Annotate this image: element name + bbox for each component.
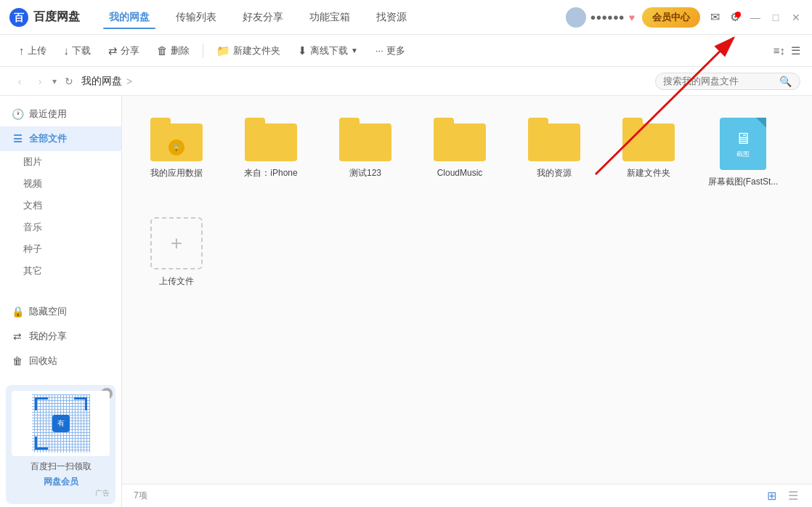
- breadcrumb-dropdown[interactable]: ▾: [52, 76, 57, 86]
- folder-lock-icon: 🔒: [169, 139, 184, 155]
- screenshot-glyph: 🖥: [735, 129, 751, 148]
- folder-icon-app-data: 🔒: [150, 118, 203, 161]
- folder-body: [622, 123, 675, 161]
- list-icon: ☰: [791, 44, 800, 57]
- maximize-button[interactable]: □: [768, 10, 783, 25]
- sidebar-item-pictures[interactable]: 图片: [0, 151, 121, 173]
- folder-body: [339, 123, 391, 161]
- forward-button[interactable]: ›: [32, 73, 48, 89]
- qr-promo-text: 百度扫一扫领取: [12, 461, 110, 473]
- nav-tabs: 我的网盘 传输列表 好友分享 功能宝箱 找资源: [97, 7, 566, 28]
- download-button[interactable]: ↓ 下载: [57, 41, 99, 61]
- file-item-iphone[interactable]: 来自：iPhone: [231, 110, 311, 195]
- file-name-iphone: 来自：iPhone: [244, 167, 297, 179]
- qr-corner-tl: [35, 397, 48, 410]
- folder-icon-iphone: [245, 118, 297, 161]
- qr-corner-bl: [35, 437, 48, 450]
- sidebar-item-recent[interactable]: 🕐 最近使用: [0, 102, 121, 126]
- file-item-test123[interactable]: 测试123: [325, 110, 405, 195]
- share-button[interactable]: ⇄ 分享: [101, 41, 147, 61]
- upload-drop-zone[interactable]: +: [150, 217, 203, 269]
- back-button[interactable]: ‹: [12, 73, 28, 89]
- new-folder-button[interactable]: 📁 新建文件夹: [209, 41, 288, 61]
- logo-area: 百 百度网盘: [9, 7, 80, 28]
- sidebar-label-all-files: 全部文件: [29, 132, 67, 145]
- svg-text:百: 百: [14, 12, 25, 23]
- nav-tab-transfer[interactable]: 传输列表: [164, 7, 228, 28]
- folder-icon-test123: [339, 118, 391, 161]
- statusbar: 7项 ⊞ ☰: [122, 484, 812, 507]
- offline-dropdown-icon: ▼: [351, 46, 358, 54]
- sidebar-item-documents[interactable]: 文档: [0, 195, 121, 216]
- qr-card: ✕ 有 百度扫一扫领取 网盘会员 广告: [6, 385, 115, 504]
- more-dots-icon: ···: [375, 45, 383, 56]
- avatar-area[interactable]: ●●●●●● ♥: [566, 7, 635, 28]
- sidebar-item-videos[interactable]: 视频: [0, 173, 121, 195]
- qr-corner-tr: [74, 397, 87, 410]
- nav-tab-tools[interactable]: 功能宝箱: [298, 7, 362, 28]
- recent-icon: 🕐: [12, 108, 23, 120]
- list-view-button-status[interactable]: ☰: [786, 489, 800, 503]
- statusbar-right: ⊞ ☰: [764, 489, 800, 503]
- file-name-screenshot: 屏幕截图(FastSt...: [708, 176, 779, 188]
- folder-icon-new-folder: [622, 118, 675, 161]
- grid-view-button[interactable]: ⊞: [764, 489, 779, 503]
- sidebar-item-all-files[interactable]: ☰ 全部文件: [0, 126, 121, 151]
- file-item-cloudmusic[interactable]: CloudMusic: [420, 110, 500, 195]
- file-name-new-folder: 新建文件夹: [627, 167, 670, 179]
- blue-file-icon-screenshot: 🖥 截图: [720, 118, 766, 170]
- sidebar-item-recycle[interactable]: 🗑 回收站: [0, 349, 121, 373]
- file-item-my-resource[interactable]: 我的资源: [514, 110, 594, 195]
- qr-code-image: 有: [12, 391, 110, 456]
- upload-icon: ↑: [19, 44, 25, 57]
- folder-icon-my-resource: [528, 118, 580, 161]
- sidebar-item-hidden[interactable]: 🔒 隐藏空间: [0, 299, 121, 324]
- sort-icon: ≡↕: [774, 44, 785, 57]
- sidebar-label-my-share: 我的分享: [29, 330, 67, 343]
- nav-tab-my-disk[interactable]: 我的网盘: [97, 7, 161, 28]
- trash-icon: 🗑: [157, 44, 168, 57]
- sidebar-section-recent: 🕐 最近使用 ☰ 全部文件 图片 视频 文档 音乐 种子 其它: [0, 96, 121, 288]
- refresh-button[interactable]: ↻: [61, 73, 77, 89]
- qr-ad-label: 广告: [12, 488, 110, 498]
- sort-button[interactable]: ≡↕: [774, 44, 785, 57]
- file-area: 🔒 我的应用数据 来自：iPhone: [122, 96, 812, 484]
- toolbar-divider: [203, 44, 203, 58]
- sidebar-item-seeds[interactable]: 种子: [0, 238, 121, 260]
- file-item-screenshot[interactable]: 🖥 截图 屏幕截图(FastSt...: [703, 110, 783, 195]
- list-view-button[interactable]: ☰: [791, 44, 800, 57]
- vip-center-button[interactable]: 会员中心: [642, 7, 700, 28]
- breadcrumb-root[interactable]: 我的网盘: [81, 75, 122, 88]
- file-name-my-resource: 我的资源: [537, 167, 572, 179]
- svg-point-4: [572, 12, 580, 19]
- folder-body: 🔒: [150, 123, 203, 161]
- sidebar-item-music[interactable]: 音乐: [0, 216, 121, 238]
- search-icon[interactable]: 🔍: [779, 76, 792, 87]
- sidebar-item-my-share[interactable]: ⇄ 我的分享: [0, 324, 121, 349]
- upload-button[interactable]: ↑ 上传: [12, 41, 54, 61]
- minimize-button[interactable]: —: [748, 10, 763, 25]
- delete-button[interactable]: 🗑 删除: [150, 41, 197, 61]
- nav-tab-share[interactable]: 好友分享: [231, 7, 295, 28]
- file-item-upload[interactable]: + 上传文件: [137, 210, 216, 295]
- offline-download-button[interactable]: ⬇ 离线下载 ▼: [291, 41, 365, 61]
- file-item-new-folder[interactable]: 新建文件夹: [609, 110, 689, 195]
- nav-tab-resource[interactable]: 找资源: [365, 7, 418, 28]
- close-button[interactable]: ✕: [789, 10, 803, 25]
- lock-icon: 🔒: [12, 306, 23, 317]
- sidebar-item-other[interactable]: 其它: [0, 260, 121, 282]
- qr-vip-link[interactable]: 网盘会员: [12, 476, 110, 488]
- upload-plus-icon: +: [171, 233, 182, 254]
- new-folder-icon: 📁: [216, 44, 230, 57]
- settings-icon[interactable]: ⚙: [728, 10, 742, 25]
- file-item-app-data[interactable]: 🔒 我的应用数据: [137, 110, 216, 195]
- folder-icon-cloudmusic: [434, 118, 486, 161]
- notification-dot: [735, 12, 741, 17]
- mail-icon[interactable]: ✉: [707, 10, 722, 25]
- search-input[interactable]: [663, 76, 779, 86]
- search-area: 🔍: [655, 73, 800, 90]
- more-button[interactable]: ··· 更多: [368, 41, 413, 61]
- heart-icon: ♥: [629, 12, 635, 23]
- file-name-cloudmusic: CloudMusic: [437, 167, 483, 179]
- titlebar-icons: ✉ ⚙ — □ ✕: [707, 10, 803, 25]
